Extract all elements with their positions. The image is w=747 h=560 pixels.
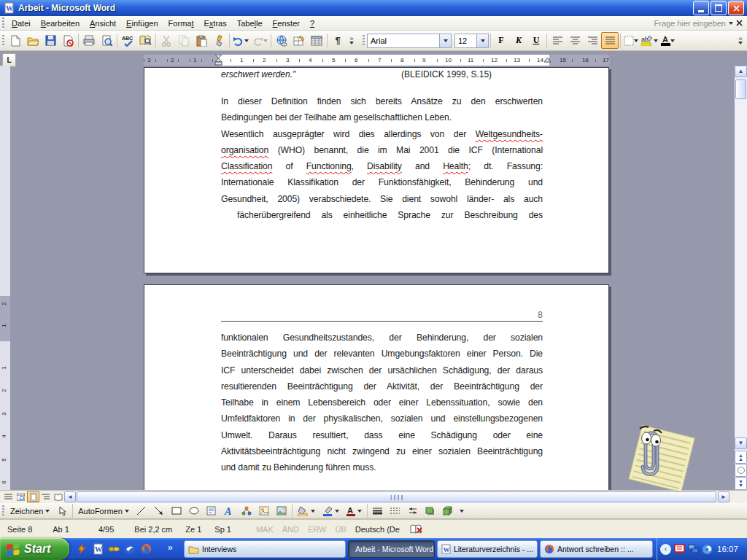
- oval-button[interactable]: [185, 502, 203, 519]
- clip-art-button[interactable]: [255, 502, 273, 519]
- tray-collapse-button[interactable]: ‹: [660, 544, 671, 555]
- dash-style-button[interactable]: [387, 502, 404, 519]
- indent-marker[interactable]: [214, 55, 223, 66]
- menu-ansicht[interactable]: Ansicht: [85, 18, 121, 29]
- reading-layout-view-button[interactable]: [52, 491, 64, 502]
- spelling-status-icon[interactable]: [410, 524, 423, 534]
- paste-button[interactable]: [193, 32, 210, 49]
- scroll-down-button[interactable]: ▼: [735, 438, 747, 449]
- previous-page-button[interactable]: ▲▲: [735, 451, 747, 464]
- tables-borders-button[interactable]: [290, 32, 308, 49]
- highlight-button[interactable]: ab: [640, 32, 659, 49]
- normal-view-button[interactable]: [2, 491, 15, 502]
- undo-button[interactable]: [231, 32, 250, 49]
- ask-question-box[interactable]: Frage hier eingeben: [654, 19, 747, 28]
- formatting-toolbar-options-button[interactable]: »: [735, 36, 746, 44]
- justify-button[interactable]: [601, 32, 619, 49]
- menu-tabelle[interactable]: Tabelle: [232, 18, 268, 29]
- line-style-button[interactable]: [369, 502, 387, 519]
- insert-hyperlink-button[interactable]: [273, 32, 290, 49]
- save-button[interactable]: [42, 32, 59, 49]
- tray-network-icon[interactable]: [688, 544, 699, 554]
- line-color-button[interactable]: [319, 504, 343, 518]
- highlight-dropdown-icon[interactable]: [654, 39, 658, 42]
- status-language[interactable]: Deutsch (De: [355, 525, 400, 534]
- scroll-right-button[interactable]: ►: [718, 491, 729, 502]
- arrow-button[interactable]: [150, 502, 168, 519]
- align-center-button[interactable]: [566, 32, 584, 49]
- line-button[interactable]: [133, 502, 150, 519]
- standard-toolbar-grip[interactable]: [2, 35, 4, 47]
- menu-extras[interactable]: Extras: [198, 18, 231, 29]
- select-objects-button[interactable]: [53, 502, 71, 519]
- vertical-scrollbar[interactable]: ▲ ▼ ▲▲ ▼▼: [735, 66, 747, 490]
- right-indent-marker[interactable]: [543, 57, 552, 63]
- menu-einfuegen[interactable]: Einfügen: [121, 18, 163, 29]
- font-size-combobox[interactable]: 12: [454, 34, 489, 48]
- tray-display-icon[interactable]: [674, 544, 685, 554]
- quicklaunch-overflow-chevron[interactable]: »: [168, 542, 173, 553]
- italic-button[interactable]: K: [510, 32, 527, 49]
- draw-menu-button[interactable]: Zeichnen: [7, 504, 53, 518]
- permission-button[interactable]: [59, 32, 77, 49]
- web-layout-view-button[interactable]: [15, 491, 27, 502]
- scroll-left-button[interactable]: ◄: [64, 491, 76, 502]
- menu-fenster[interactable]: Fenster: [268, 18, 305, 29]
- font-size-dropdown[interactable]: [476, 34, 488, 47]
- status-erw[interactable]: ERW: [308, 525, 326, 534]
- document-page-1[interactable]: erschwert werden." (BLEIDICK 1999, S.15)…: [144, 67, 609, 273]
- formatting-toolbar-grip[interactable]: [363, 35, 365, 47]
- undo-dropdown-icon[interactable]: [244, 39, 249, 42]
- status-ueb[interactable]: ÜB: [335, 525, 346, 534]
- align-right-button[interactable]: [584, 32, 601, 49]
- font-color-draw-button[interactable]: A: [343, 504, 365, 518]
- fill-color-button[interactable]: [294, 504, 319, 518]
- text-box-button[interactable]: [203, 502, 220, 519]
- start-button[interactable]: Start: [0, 538, 69, 560]
- spelling-button[interactable]: ABC: [119, 32, 136, 49]
- insert-picture-button[interactable]: [273, 502, 290, 519]
- document-page-2[interactable]: 8 funktionalen Gesundheitszustandes, der…: [144, 284, 609, 490]
- quicklaunch-firefox-icon[interactable]: [140, 543, 152, 555]
- quicklaunch-app-icon[interactable]: [76, 543, 88, 555]
- wordart-button[interactable]: A: [220, 502, 238, 519]
- task-button-literaturverzeichnis[interactable]: W Literaturverzeichnis - ...: [437, 540, 538, 558]
- insert-table-button[interactable]: [308, 32, 325, 49]
- fill-color-dropdown-icon[interactable]: [311, 510, 315, 513]
- standard-toolbar-options-button[interactable]: »: [347, 36, 357, 44]
- show-hide-button[interactable]: ¶: [329, 32, 347, 49]
- drawing-toolbar-options-button[interactable]: [457, 510, 467, 513]
- tray-messenger-icon[interactable]: [702, 544, 713, 555]
- task-button-antwort-schreiben[interactable]: Antwort schreiben :: ...: [540, 540, 653, 558]
- print-button[interactable]: [80, 32, 98, 49]
- menu-bearbeiten[interactable]: Bearbeiten: [36, 18, 85, 29]
- font-name-dropdown[interactable]: [439, 34, 451, 47]
- diagram-button[interactable]: [238, 502, 255, 519]
- format-painter-button[interactable]: [210, 32, 228, 49]
- align-left-button[interactable]: [549, 32, 566, 49]
- arrow-style-button[interactable]: [404, 502, 422, 519]
- shadow-style-button[interactable]: [422, 502, 439, 519]
- three-d-style-button[interactable]: [439, 502, 457, 519]
- quicklaunch-app2-icon[interactable]: [108, 543, 120, 555]
- minimize-button[interactable]: [693, 1, 709, 15]
- vertical-scroll-thumb[interactable]: [735, 79, 746, 99]
- restore-button[interactable]: [711, 1, 727, 15]
- rectangle-button[interactable]: [168, 502, 185, 519]
- open-button[interactable]: [24, 32, 42, 49]
- print-layout-view-button[interactable]: [27, 491, 39, 502]
- taskbar-clock[interactable]: 16:07: [717, 545, 738, 553]
- drawing-toolbar-grip[interactable]: [2, 505, 4, 517]
- outline-view-button[interactable]: [39, 491, 52, 502]
- menu-grip[interactable]: [2, 18, 4, 29]
- font-color-button[interactable]: A: [659, 32, 676, 49]
- menu-format[interactable]: Format: [163, 18, 199, 29]
- font-color-dropdown-icon[interactable]: [357, 510, 362, 513]
- border-dropdown-icon[interactable]: [634, 39, 638, 42]
- font-color-dropdown-icon[interactable]: [670, 39, 675, 42]
- office-assistant-clippy[interactable]: [615, 421, 697, 494]
- vertical-ruler[interactable]: 2 1 1 2 3 4 5 6: [0, 66, 10, 490]
- quicklaunch-thunderbird-icon[interactable]: [124, 543, 136, 555]
- border-button[interactable]: [622, 32, 640, 49]
- status-aend[interactable]: ÄND: [282, 525, 299, 534]
